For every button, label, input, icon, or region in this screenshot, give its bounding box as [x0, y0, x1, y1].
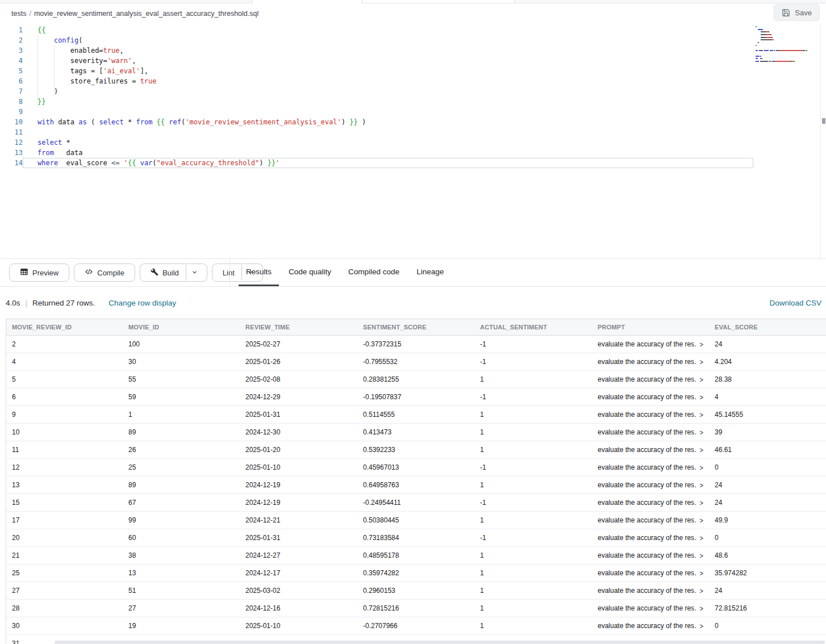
code-editor[interactable]: 1{{2 config(3 enabled=true,4 severity='w… — [0, 24, 826, 258]
editor-scrollbar-track[interactable] — [820, 24, 826, 258]
code-line[interactable]: 13from data — [0, 148, 753, 158]
expand-cell-icon[interactable]: > — [700, 446, 703, 454]
breadcrumb-folder[interactable]: tests — [11, 10, 26, 18]
table-cell: 15 — [6, 494, 123, 511]
code-line[interactable]: 1{{ — [0, 25, 753, 35]
table-cell: 2025-02-08 — [240, 371, 357, 388]
code-line[interactable]: 10with data as ( select * from {{ ref('m… — [0, 117, 753, 127]
expand-cell-icon[interactable]: > — [700, 604, 703, 612]
table-cell: 2025-02-27 — [240, 336, 357, 353]
table-row[interactable]: 11262025-01-200.53922331evaluate the acc… — [6, 441, 826, 459]
table-row[interactable]: 28272024-12-160.728152161evaluate the ac… — [6, 600, 826, 617]
code-line[interactable]: 9 — [0, 107, 753, 117]
code-text: tags = ['ai_eval'], — [23, 66, 753, 76]
tab-label: Results — [246, 267, 272, 276]
table-row[interactable]: 17992024-12-210.503804451evaluate the ac… — [6, 512, 826, 529]
table-cell: 45.14555 — [709, 406, 826, 423]
save-icon — [782, 9, 790, 17]
table-cell: 5 — [6, 371, 123, 388]
expand-cell-icon[interactable]: > — [700, 499, 703, 507]
horizontal-scrollbar-handle[interactable] — [55, 641, 825, 644]
table-cell: 2 — [6, 336, 123, 353]
expand-cell-icon[interactable]: > — [700, 411, 703, 419]
compile-button[interactable]: Compile — [74, 264, 135, 282]
editor-scrollbar-handle[interactable] — [822, 118, 825, 124]
column-header[interactable]: MOVIE_ID — [123, 319, 240, 335]
code-line[interactable]: 3 enabled=true, — [0, 45, 753, 56]
table-icon — [20, 267, 28, 278]
table-cell: 59 — [123, 388, 240, 405]
expand-cell-icon[interactable]: > — [700, 516, 703, 524]
column-header[interactable]: EVAL_SCORE — [709, 319, 826, 335]
code-line[interactable]: 4 severity='warn', — [0, 56, 753, 66]
code-line[interactable]: 14where eval_score <= '{{ var("eval_accu… — [0, 158, 753, 168]
code-line[interactable]: 11 — [0, 127, 753, 137]
expand-cell-icon[interactable]: > — [700, 340, 703, 348]
prompt-text: evaluate the accuracy of the res… — [598, 463, 697, 471]
lint-button-label: Lint — [223, 269, 235, 277]
expand-cell-icon[interactable]: > — [700, 622, 703, 630]
column-header[interactable]: ACTUAL_SENTIMENT — [474, 319, 592, 335]
table-row[interactable]: 6592024-12-29-0.19507837-1evaluate the a… — [6, 388, 826, 406]
breadcrumb-separator: / — [29, 10, 31, 18]
expand-cell-icon[interactable]: > — [700, 587, 703, 595]
table-cell: -0.24954411 — [357, 494, 474, 511]
expand-cell-icon[interactable]: > — [700, 551, 703, 559]
minimap-line — [756, 56, 819, 57]
column-header[interactable]: PROMPT — [592, 319, 709, 335]
table-cell: -1 — [474, 388, 592, 405]
table-cell: 67 — [123, 494, 240, 511]
table-row[interactable]: 12252025-01-100.45967013-1evaluate the a… — [6, 459, 826, 476]
table-row[interactable]: 10892024-12-300.4134731evaluate the accu… — [6, 424, 826, 441]
indent-guide — [54, 45, 55, 97]
tab-lineage[interactable]: Lineage — [409, 259, 451, 286]
expand-cell-icon[interactable]: > — [700, 534, 703, 542]
table-cell: 28.38 — [709, 371, 826, 388]
table-row[interactable]: 5552025-02-080.283812551evaluate the acc… — [6, 371, 826, 388]
code-line[interactable]: 5 tags = ['ai_eval'], — [0, 66, 753, 76]
table-row[interactable]: 4302025-01-26-0.7955532-1evaluate the ac… — [6, 353, 826, 371]
code-line[interactable]: 12select * — [0, 137, 753, 148]
table-row[interactable]: 21382024-12-270.485951781evaluate the ac… — [6, 547, 826, 564]
code-line[interactable]: 2 config( — [0, 35, 753, 45]
expand-cell-icon[interactable]: > — [700, 375, 703, 383]
table-cell: 25 — [123, 459, 240, 476]
expand-cell-icon[interactable]: > — [700, 393, 703, 401]
build-button[interactable]: Build — [140, 264, 207, 282]
build-dropdown-toggle[interactable] — [186, 265, 203, 281]
column-header[interactable]: SENTIMENT_SCORE — [357, 319, 474, 335]
table-row[interactable]: 30192025-01-10-0.27079661evaluate the ac… — [6, 617, 826, 635]
expand-cell-icon[interactable]: > — [700, 358, 703, 366]
line-number: 10 — [0, 117, 23, 127]
table-row[interactable]: 912025-01-310.51145551evaluate the accur… — [6, 406, 826, 424]
code-line[interactable]: 8}} — [0, 97, 753, 107]
preview-button[interactable]: Preview — [9, 264, 69, 282]
tab-compiled-code[interactable]: Compiled code — [341, 259, 407, 286]
table-row[interactable]: 25132024-12-170.359742821evaluate the ac… — [6, 564, 826, 582]
table-cell: 99 — [123, 512, 240, 529]
table-row[interactable]: 13892024-12-190.649587631evaluate the ac… — [6, 476, 826, 494]
rows-returned-text: Returned 27 rows. — [32, 299, 95, 307]
breadcrumb-filename[interactable]: movie_review_sentiment_analysis_eval_ass… — [34, 10, 258, 18]
expand-cell-icon[interactable]: > — [700, 481, 703, 489]
code-text: where eval_score <= '{{ var("eval_accura… — [23, 158, 753, 168]
save-button[interactable]: Save — [774, 4, 820, 21]
table-cell: 1 — [474, 371, 592, 388]
tab-code-quality[interactable]: Code quality — [281, 259, 339, 286]
tab-results[interactable]: Results — [239, 259, 279, 286]
change-row-display-link[interactable]: Change row display — [109, 299, 176, 307]
code-line[interactable]: 6 store_failures = true — [0, 76, 753, 86]
editor-minimap[interactable] — [756, 26, 819, 64]
code-line[interactable]: 7 ) — [0, 86, 753, 97]
expand-cell-icon[interactable]: > — [700, 463, 703, 471]
table-row[interactable]: 27512025-03-020.29601531evaluate the acc… — [6, 582, 826, 600]
download-csv-link[interactable]: Download CSV — [769, 299, 821, 307]
table-row[interactable]: 15672024-12-19-0.24954411-1evaluate the … — [6, 494, 826, 512]
column-header[interactable]: MOVIE_REVIEW_ID — [6, 319, 123, 335]
expand-cell-icon[interactable]: > — [700, 569, 703, 577]
table-row[interactable]: 21002025-02-27-0.37372315-1evaluate the … — [6, 336, 826, 353]
column-header[interactable]: REVIEW_TIME — [240, 319, 357, 335]
status-separator: | — [26, 299, 28, 307]
table-row[interactable]: 20602025-01-310.73183584-1evaluate the a… — [6, 529, 826, 547]
expand-cell-icon[interactable]: > — [700, 428, 703, 436]
